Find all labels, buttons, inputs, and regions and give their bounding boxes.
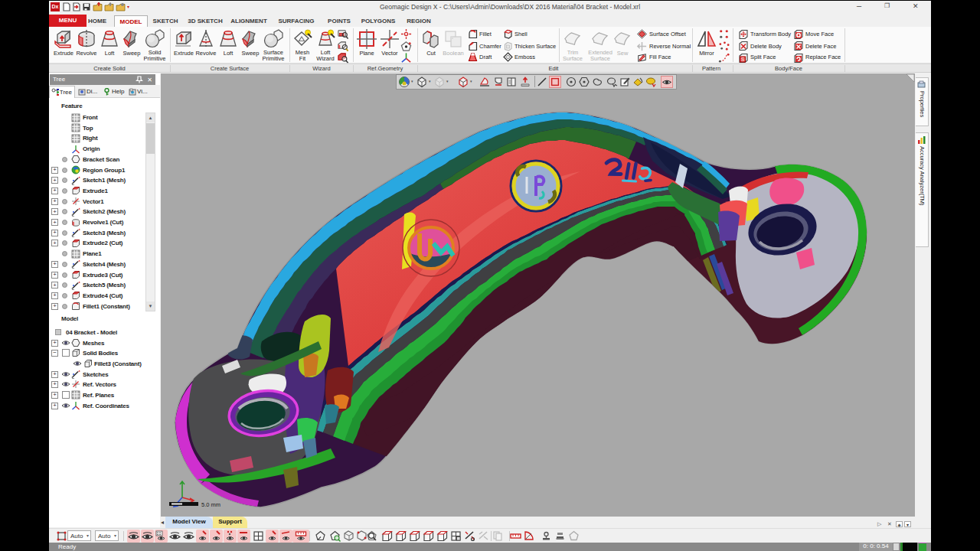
svg-text:5.0 mm: 5.0 mm	[201, 501, 220, 508]
